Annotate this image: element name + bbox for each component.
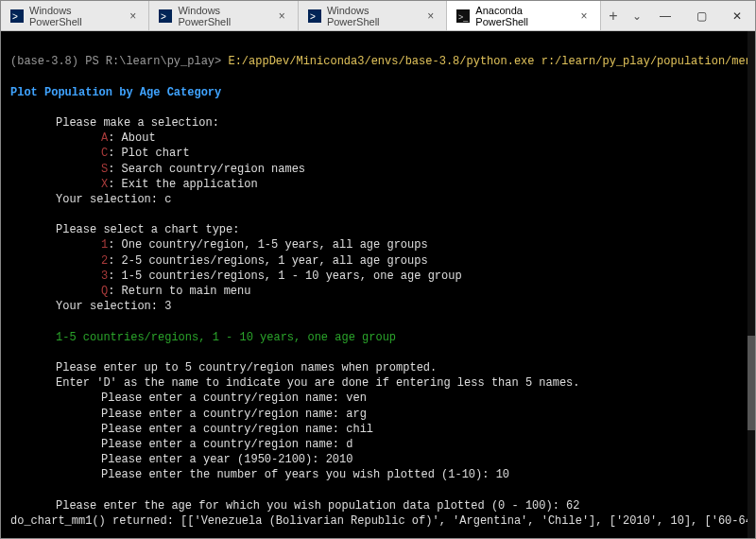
menu-label: About [122, 131, 156, 145]
menu-key: Q [101, 285, 108, 298]
maximize-button[interactable]: ▢ [683, 1, 719, 30]
menu2-heading: Please select a chart type: [56, 223, 239, 236]
menu-key: S [101, 163, 108, 176]
menu-label: Return to main menu [122, 285, 251, 298]
tab-powershell-2[interactable]: > Windows PowerShell × [149, 1, 298, 30]
close-icon[interactable]: × [127, 9, 139, 23]
entry-value: chil [346, 423, 373, 436]
menu1-heading: Please make a selection: [56, 116, 219, 130]
powershell-icon: > [159, 9, 172, 23]
close-icon[interactable]: × [276, 9, 288, 23]
menu-key: X [101, 178, 108, 191]
entry-prompt: Please enter the number of years you wis… [101, 468, 496, 481]
entry-prompt: Please enter a country/region name: [101, 438, 346, 451]
selection-prompt: Your selection: [56, 300, 164, 313]
return-line: do_chart_mm1() returned: [['Venezuela (B… [10, 514, 755, 528]
menu-key: 3 [101, 270, 108, 283]
svg-text:>: > [161, 11, 166, 22]
entry-value: 2010 [326, 453, 353, 466]
svg-text:>_: >_ [458, 12, 469, 22]
highlight-line: 1-5 countries/regions, 1 - 10 years, one… [56, 331, 396, 344]
scroll-thumb[interactable] [747, 336, 755, 430]
tab-label: Windows PowerShell [29, 5, 121, 27]
entry-value: ven [346, 391, 367, 405]
menu-label: Exit the application [122, 178, 258, 191]
entry-prompt: Please enter a country/region name: [101, 408, 346, 421]
tab-label: Anaconda PowerShell [475, 5, 572, 27]
command-text: E:/appDev/Miniconda3/envs/base-3.8/pytho… [228, 55, 755, 68]
menu-label: One country/region, 1-5 years, all age g… [122, 238, 428, 252]
app-title: Plot Population by Age Category [10, 86, 221, 99]
tab-dropdown-button[interactable]: ⌄ [626, 1, 647, 30]
tab-label: Windows PowerShell [327, 5, 419, 27]
powershell-icon: > [10, 9, 24, 23]
prompt-text: (base-3.8) PS R:\learn\py_play> [10, 55, 228, 68]
new-tab-button[interactable]: + [601, 1, 627, 30]
age-prompt: Please enter the age for which you wish … [56, 499, 566, 513]
instruction-line: Enter 'D' as the name to indicate you ar… [56, 376, 580, 390]
close-icon[interactable]: × [577, 9, 590, 23]
powershell-icon: > [308, 9, 321, 23]
tab-label: Windows PowerShell [178, 5, 269, 27]
svg-text:>: > [12, 11, 18, 22]
tab-anaconda[interactable]: >_ Anaconda PowerShell × [447, 1, 600, 30]
entry-prompt: Please enter a country/region name: [101, 391, 346, 405]
entry-value: arg [346, 408, 367, 421]
instruction-line: Please enter up to 5 country/region name… [56, 361, 437, 374]
selection-prompt: Your selection: [56, 193, 164, 206]
menu-label: Search country/region names [122, 163, 305, 176]
window-controls: — ▢ ✕ [647, 1, 755, 30]
menu-label: 2-5 countries/regions, 1 year, all age g… [122, 254, 428, 268]
terminal-area[interactable]: (base-3.8) PS R:\learn\py_play> E:/appDe… [1, 31, 755, 538]
tab-powershell-3[interactable]: > Windows PowerShell × [299, 1, 447, 30]
close-icon[interactable]: × [424, 9, 437, 23]
tab-strip: > Windows PowerShell × > Windows PowerSh… [1, 1, 647, 30]
minimize-button[interactable]: — [647, 1, 683, 30]
selection-value: c [164, 193, 171, 206]
menu-key: C [101, 147, 108, 160]
menu-key: 2 [101, 254, 108, 268]
entry-prompt: Please enter a country/region name: [101, 423, 346, 436]
age-value: 62 [566, 499, 579, 513]
menu-key: A [101, 131, 108, 145]
svg-text:>: > [310, 11, 316, 22]
menu-key: 1 [101, 238, 108, 252]
entry-value: d [346, 438, 352, 451]
close-window-button[interactable]: ✕ [719, 1, 755, 30]
entry-value: 10 [496, 468, 509, 481]
entry-prompt: Please enter a year (1950-2100): [101, 453, 326, 466]
titlebar: > Windows PowerShell × > Windows PowerSh… [1, 1, 755, 31]
menu-label: Plot chart [122, 147, 190, 160]
tab-powershell-1[interactable]: > Windows PowerShell × [1, 1, 149, 30]
menu-label: 1-5 countries/regions, 1 - 10 years, one… [122, 270, 462, 283]
selection-value: 3 [164, 300, 171, 313]
scrollbar[interactable] [747, 31, 755, 538]
cmd-icon: >_ [456, 9, 470, 23]
